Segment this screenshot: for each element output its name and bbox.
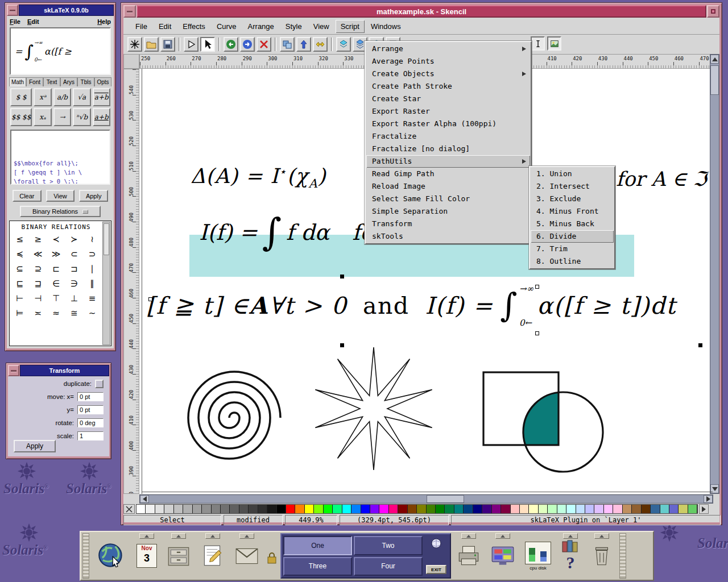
symbol-button[interactable]: ≼ xyxy=(11,249,29,259)
snap-layer-icon[interactable] xyxy=(336,37,351,52)
delete-icon[interactable] xyxy=(257,37,271,52)
palette-scrollbar[interactable] xyxy=(102,222,110,345)
tab[interactable]: Math xyxy=(9,77,26,86)
symbol-button[interactable]: ⊨ xyxy=(11,308,29,318)
symbol-button[interactable]: ≈ xyxy=(47,308,65,318)
pathutils-menu-item[interactable]: 7. Trim xyxy=(531,243,614,255)
pathutils-menu-item[interactable]: 8. Outline xyxy=(531,255,614,268)
symbol-button[interactable]: ⊑ xyxy=(11,278,29,289)
workspace-button[interactable]: One xyxy=(283,536,352,555)
duplicate-icon[interactable] xyxy=(280,37,295,52)
color-swatch[interactable] xyxy=(361,505,370,513)
menubar-item[interactable]: Curve xyxy=(212,20,242,33)
template-button[interactable]: xᵃ xyxy=(34,88,51,106)
menu-help[interactable]: Help xyxy=(97,18,111,25)
workspace-button[interactable]: Four xyxy=(354,557,423,576)
symbol-button[interactable]: ⊣ xyxy=(29,293,47,304)
script-menu-item[interactable]: Select Same Fill Color xyxy=(366,193,530,205)
field-input[interactable] xyxy=(95,380,104,388)
menu-edit[interactable]: Edit xyxy=(27,18,39,25)
color-swatch[interactable] xyxy=(277,505,286,513)
transform-titlebar[interactable]: Transform xyxy=(8,365,109,376)
color-swatch[interactable] xyxy=(679,505,688,513)
symbol-button[interactable]: ⊐ xyxy=(65,264,83,274)
script-menu-item[interactable]: Export Raster xyxy=(366,105,530,118)
symbol-button[interactable]: ≻ xyxy=(65,234,83,244)
menubar-item[interactable]: Effects xyxy=(177,20,210,33)
symbol-button[interactable]: ≪ xyxy=(29,249,47,259)
pathutils-menu-item[interactable]: 3. Exclude xyxy=(531,193,614,205)
color-swatch[interactable] xyxy=(379,505,388,513)
panel-handle[interactable] xyxy=(82,533,89,579)
script-menu-item[interactable]: PathUtils xyxy=(366,155,530,168)
mail-launcher[interactable] xyxy=(230,533,263,579)
color-swatch[interactable] xyxy=(286,505,295,513)
sklatex-titlebar[interactable]: skLaTeX 0.9.0b xyxy=(7,5,114,16)
template-button[interactable]: $ $ xyxy=(10,88,32,106)
script-menu-item[interactable]: Fractalize [no dialog] xyxy=(366,143,530,155)
symbol-button[interactable]: ∣ xyxy=(83,264,101,274)
symbol-button[interactable]: ≥ xyxy=(29,234,47,244)
apply-button[interactable]: Apply xyxy=(79,190,108,202)
pathutils-menu-item[interactable]: 5. Minus Back xyxy=(531,218,614,230)
script-menu-item[interactable]: Create Star xyxy=(366,93,530,105)
color-swatch[interactable] xyxy=(239,505,249,513)
script-menu-item[interactable]: Create Objects xyxy=(366,68,530,80)
selection-handle[interactable] xyxy=(340,275,344,278)
subpanel-arrow[interactable] xyxy=(139,533,154,539)
text-mode-icon[interactable] xyxy=(531,36,545,51)
trash-launcher[interactable] xyxy=(585,533,618,579)
color-swatch[interactable] xyxy=(492,505,501,513)
color-swatch[interactable] xyxy=(501,505,510,513)
template-button[interactable]: √a xyxy=(73,88,90,106)
color-swatch[interactable] xyxy=(183,505,192,513)
performance-meter[interactable]: cpu disk xyxy=(520,533,556,579)
subpanel-arrow[interactable] xyxy=(461,533,476,539)
tab[interactable]: Arys xyxy=(60,77,77,86)
color-swatch[interactable] xyxy=(351,505,361,513)
subpanel-arrow[interactable] xyxy=(495,533,510,539)
scrollbar-thumb[interactable] xyxy=(427,495,464,503)
color-swatch[interactable] xyxy=(295,505,304,513)
selection-handle[interactable] xyxy=(340,343,344,347)
maximize-button[interactable] xyxy=(707,5,719,18)
skencil-titlebar[interactable]: mathexample.sk - Skencil xyxy=(123,5,719,18)
symbol-button[interactable]: ∥ xyxy=(83,278,101,289)
color-swatch[interactable] xyxy=(155,505,164,513)
color-swatch[interactable] xyxy=(585,505,594,513)
symbol-button[interactable]: ⊥ xyxy=(65,293,83,304)
symbol-button[interactable]: ≤ xyxy=(11,234,29,244)
color-swatch[interactable] xyxy=(604,505,613,513)
color-swatch[interactable] xyxy=(389,505,398,513)
field-input[interactable]: 0 deg xyxy=(77,418,104,427)
color-swatch[interactable] xyxy=(164,505,173,513)
color-swatch[interactable] xyxy=(557,505,566,513)
script-menu-item[interactable]: Transform xyxy=(366,218,530,230)
color-swatch[interactable] xyxy=(613,505,622,513)
star-drawing[interactable] xyxy=(305,340,442,477)
script-menu-item[interactable]: skTools xyxy=(366,230,530,243)
template-button[interactable]: $$ $$ xyxy=(10,108,32,126)
symbol-button[interactable]: ≺ xyxy=(47,234,65,244)
color-swatch[interactable] xyxy=(324,505,333,513)
symbol-button[interactable]: ⊃ xyxy=(83,249,101,259)
color-swatch[interactable] xyxy=(212,505,221,513)
subpanel-arrow[interactable] xyxy=(594,533,609,539)
menubar-item[interactable]: Edit xyxy=(154,20,176,33)
color-swatch[interactable] xyxy=(511,505,520,513)
color-swatch[interactable] xyxy=(370,505,379,513)
new-drawing-icon[interactable] xyxy=(127,37,142,52)
script-menu-item[interactable]: Create Path Stroke xyxy=(366,80,530,93)
apply-button[interactable]: Apply xyxy=(14,440,56,452)
color-swatch[interactable] xyxy=(576,505,585,513)
symbol-set-dropdown[interactable]: Binary Relations xyxy=(20,206,101,217)
color-swatch[interactable] xyxy=(473,505,482,513)
color-swatch[interactable] xyxy=(267,505,276,513)
color-swatch[interactable] xyxy=(651,505,660,513)
scroll-up-icon[interactable] xyxy=(710,55,719,64)
workspace-button[interactable]: Three xyxy=(283,557,352,576)
math-formula-delta[interactable]: Δ(A) = I⋆(χA) xyxy=(191,164,326,190)
spiral-drawing[interactable] xyxy=(172,361,289,477)
color-swatch[interactable] xyxy=(566,505,576,513)
undo-icon[interactable] xyxy=(224,37,238,52)
